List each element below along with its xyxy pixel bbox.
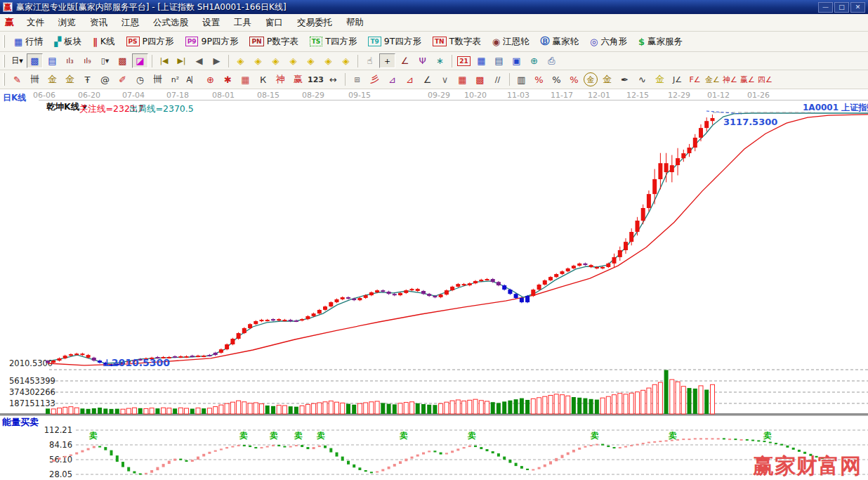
kline-period-dropdown[interactable]: 日▾ — [9, 53, 25, 68]
span-arrow-tool[interactable]: ↔ — [325, 72, 341, 87]
four-angle-tool[interactable]: 四∠ — [757, 72, 773, 87]
menu-5[interactable]: 设置 — [195, 15, 227, 31]
winner-wheel-button[interactable]: Ⓑ赢家轮 — [535, 33, 585, 50]
menu-4[interactable]: 公式选股 — [146, 15, 195, 31]
gold-angle-tool[interactable]: 金∠ — [704, 72, 721, 87]
histogram-icon[interactable]: ◪ — [132, 53, 148, 68]
a-wave-tool[interactable]: ∿ — [634, 72, 650, 87]
grid-hash-tool[interactable]: 卌 — [27, 72, 43, 87]
menu-6[interactable]: 工具 — [227, 15, 258, 31]
menu-1[interactable]: 浏览 — [51, 15, 83, 31]
win-tool[interactable]: 赢 — [290, 72, 306, 87]
diamond-out-tool[interactable]: ◈ — [303, 53, 319, 68]
indicator-pane-label[interactable]: 能量买卖 — [2, 416, 39, 429]
printer-icon[interactable]: ⎙ — [544, 53, 560, 68]
9p-square-button[interactable]: P99P四方形 — [180, 34, 244, 50]
clock-cycle-tool[interactable]: ◷ — [132, 72, 148, 87]
pattern-red-icon[interactable]: ▩ — [114, 53, 131, 68]
last-page-button[interactable]: ▶| — [173, 53, 190, 68]
toolbar-drag-handle[interactable] — [3, 73, 5, 86]
save-icon[interactable]: ▣ — [508, 53, 525, 68]
wave-9-icon[interactable]: ıl₉ — [79, 53, 96, 68]
menu-7[interactable]: 窗口 — [258, 15, 290, 31]
k-notch-tool[interactable]: К — [255, 72, 271, 87]
ink-pen-tool[interactable]: ✒ — [617, 72, 633, 87]
shen-angle-tool[interactable]: 神∠ — [722, 72, 738, 87]
pattern-window-icon[interactable]: ▩ — [27, 53, 43, 68]
angle-measure-tool[interactable]: ∠ — [397, 53, 413, 68]
diamond-in-tool[interactable]: ◈ — [285, 53, 301, 68]
box-plot-tool[interactable]: ⧈ — [349, 72, 365, 87]
kline-chart-canvas[interactable]: 06-0606-2007-0407-1808-0108-1508-2909-15… — [0, 89, 868, 480]
pct-line-tool[interactable]: % — [566, 72, 582, 87]
grid-red2-tool[interactable]: ▩ — [472, 72, 488, 87]
candle-style-dropdown[interactable]: ▯▾ — [97, 53, 113, 68]
close-button[interactable]: ✕ — [850, 2, 865, 13]
crosshair-tool[interactable]: ＋ — [379, 53, 395, 68]
shen-tool[interactable]: 神 — [272, 72, 289, 87]
title-bar[interactable]: 赢 赢家江恩专业版[赢家内部服务平台] - [上证指数 SH1A0001-166… — [0, 0, 868, 14]
chart-region[interactable]: 06-0606-2007-0407-1808-0108-1508-2909-15… — [0, 89, 868, 480]
hand-tool[interactable]: ☝ — [362, 53, 378, 68]
wave-3-icon[interactable]: ıl₃ — [62, 53, 78, 68]
sectors-button[interactable]: ▞板块 — [48, 34, 87, 50]
square-grid-tool[interactable]: ▦ — [237, 72, 254, 87]
percent-tool[interactable]: % — [548, 72, 565, 87]
hexagon-button[interactable]: ◎六角形 — [584, 34, 633, 50]
n-squared-tool[interactable]: n² — [167, 72, 183, 87]
first-page-button[interactable]: |◀ — [156, 53, 172, 68]
f-angle-tool[interactable]: F∠ — [687, 72, 703, 87]
cloud-tool[interactable]: ∗ — [432, 53, 448, 68]
gold-circle-tool[interactable]: 金 — [584, 72, 598, 86]
win-angle-tool[interactable]: 赢∠ — [739, 72, 756, 87]
pct-zigzag-tool[interactable]: % — [531, 72, 547, 87]
pen-tool[interactable]: ✎ — [9, 72, 25, 87]
p-number-table-button[interactable]: PNP数字表 — [244, 34, 303, 50]
t-number-table-button[interactable]: TNT数字表 — [427, 34, 487, 50]
t-square-button[interactable]: TST四方形 — [304, 34, 363, 50]
slash-lines-tool[interactable]: ∕∕ — [489, 72, 506, 87]
v-line-tool[interactable]: ∨ — [437, 72, 453, 87]
toolbar-drag-handle[interactable] — [3, 35, 5, 48]
notepad-icon[interactable]: ▤ — [491, 53, 507, 68]
toolbar-drag-handle[interactable] — [3, 55, 5, 67]
p-square-button[interactable]: PSP四方形 — [121, 34, 180, 50]
gann-wheel-button[interactable]: ◉江恩轮 — [487, 34, 535, 50]
diamond-expand-tool[interactable]: ◈ — [338, 53, 354, 68]
gold-line-tool[interactable]: 金 — [599, 72, 615, 87]
info-doc-icon[interactable]: ▤ — [44, 53, 60, 68]
red-pen-tool[interactable]: ✐ — [114, 72, 131, 87]
diamond-right-tool[interactable]: ◈ — [250, 53, 266, 68]
diamond-h-tool[interactable]: ◈ — [268, 53, 284, 68]
gold-plain-tool[interactable]: 金 — [652, 72, 668, 87]
f-grid-tool[interactable]: Ŧ — [79, 72, 96, 87]
gold-gann2-tool[interactable]: 金 — [62, 72, 78, 87]
fan-red-tool[interactable]: 彡 — [367, 72, 383, 87]
menu-9[interactable]: 帮助 — [339, 15, 371, 31]
diamond-cross-tool[interactable]: ◈ — [320, 53, 336, 68]
quotes-button[interactable]: ▦行情 — [8, 34, 48, 50]
menu-2[interactable]: 资讯 — [83, 15, 114, 31]
maximize-button[interactable]: □ — [834, 2, 849, 13]
ruler-pct-tool[interactable]: ▥ — [513, 72, 530, 87]
diamond-left-tool[interactable]: ◈ — [232, 53, 249, 68]
hash2-tool[interactable]: 卌 — [150, 72, 166, 87]
fan-box-purple-tool[interactable]: ⊿ — [384, 72, 400, 87]
target-circle-tool[interactable]: ⊕ — [202, 72, 218, 87]
menu-8[interactable]: 交易委托 — [290, 15, 339, 31]
network-icon[interactable]: ⊕ — [526, 53, 542, 68]
angle-fan-tool[interactable]: ∠ — [419, 72, 435, 87]
menu-3[interactable]: 江恩 — [114, 15, 146, 31]
menu-0[interactable]: 文件 — [20, 15, 51, 31]
next-button[interactable]: ▶ — [209, 53, 225, 68]
gann-shape-tool[interactable]: Ψ — [414, 53, 430, 68]
spiral-tool[interactable]: @ — [97, 72, 113, 87]
prev-button[interactable]: ◀ — [191, 53, 207, 68]
ruler-123-tool[interactable]: 123 — [308, 72, 324, 87]
star-red-tool[interactable]: ✱ — [220, 72, 236, 87]
gold-gann-tool[interactable]: 金 — [44, 72, 60, 87]
9t-square-button[interactable]: T99T四方形 — [362, 34, 427, 50]
winner-service-button[interactable]: $赢家服务 — [633, 34, 688, 50]
grid-red-tool[interactable]: ▦ — [454, 72, 471, 87]
period-label[interactable]: 日K线 — [3, 92, 26, 104]
